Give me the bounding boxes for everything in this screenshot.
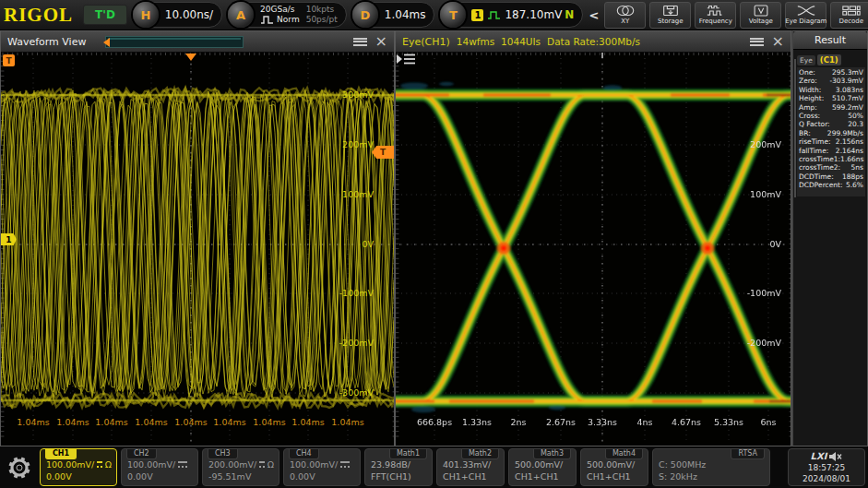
wave-x-label: 1.04ms — [327, 417, 369, 427]
channel-tab[interactable]: CH1 — [45, 449, 77, 459]
measurement-row: fallTime: 2.164ns — [797, 147, 865, 155]
measurement-row: crossTime2: 5ns — [797, 163, 865, 172]
channel-tab[interactable]: CH2 — [126, 449, 157, 459]
measurement-value: 50% — [848, 112, 863, 120]
menu-eye-diagram-button[interactable]: Eye Diagram — [785, 2, 826, 29]
result-list-icon[interactable] — [396, 53, 416, 65]
rtsa-card[interactable]: RTSA C: 500MHz S: 20kHz — [652, 448, 770, 486]
sample-rate: 20GSa/s — [260, 5, 300, 15]
channel-tab[interactable]: CH4 — [289, 449, 319, 459]
measurement-value: -303.9mV — [829, 77, 863, 85]
wave-x-label: 1.04ms — [248, 417, 291, 427]
measurement-value: 2.164ns — [836, 147, 863, 155]
measurement-row: DCDPercent: 5.6% — [797, 181, 865, 189]
wave-y-label: 300mV — [333, 89, 374, 100]
waveform-close-icon[interactable]: × — [375, 34, 387, 49]
eye-x-label: 1.33ns — [456, 417, 498, 427]
measurement-row: One: 295.3mV — [797, 68, 865, 77]
measurement-list: One: 295.3mV Zero: -303.9mV Width: 3.083… — [797, 67, 865, 196]
math-expression: FFT(CH1) — [371, 470, 427, 482]
wave-y-label: -100mV — [333, 288, 374, 298]
acquire-group[interactable]: A 20GSa/s Norm 10kpts 50ps/pt — [227, 2, 347, 28]
math-expression: CH1+CH1 — [443, 470, 499, 482]
wave-x-label: 1.04ms — [90, 417, 133, 427]
eye-grid: 200mV100mV0V-100mV-200mV666.8ps1.33ns2ns… — [396, 53, 791, 446]
oscilloscope-screen: RIGOL T'D H 10.00ns/ A 20GSa/s Norm 10kp… — [0, 0, 868, 488]
channel-tab[interactable]: CH3 — [208, 449, 238, 459]
storage-icon — [660, 5, 681, 17]
channel-offset: 0.00V — [290, 470, 355, 482]
wave-x-label: 1.04ms — [170, 417, 212, 427]
measurement-value: 5ns — [851, 163, 863, 172]
math-tab[interactable]: Math4 — [605, 449, 643, 459]
channel-scale: 100.00mV/ — [290, 458, 338, 470]
math-card-math4[interactable]: Math4 500.00mV/ CH1+CH1 — [580, 448, 648, 486]
math-tab[interactable]: Math2 — [461, 449, 499, 459]
measurement-label: Zero: — [799, 77, 817, 85]
delay-knob[interactable]: D — [352, 2, 378, 28]
math-card-math1[interactable]: Math1 23.98dB/ FFT(CH1) — [364, 448, 433, 486]
measurement-value: 20.3 — [848, 120, 863, 128]
trigger-time-marker[interactable]: T — [3, 54, 15, 66]
measurement-value: 188ps — [842, 173, 863, 181]
dc-coupling-icon — [340, 461, 350, 468]
menu-label: Storage — [658, 18, 683, 25]
menu-label: XY — [621, 18, 629, 25]
waveform-menu-icon[interactable] — [353, 38, 367, 46]
sample-resolution: 50ps/pt — [306, 15, 338, 25]
math-tab[interactable]: Math3 — [533, 449, 571, 459]
menu-xy-button[interactable]: XY — [604, 2, 646, 29]
channel-card-ch4[interactable]: CH4 100.00mV/ 0.00V — [283, 448, 361, 486]
channel-card-ch1[interactable]: CH1 100.00mV/ Ω 0.00V — [40, 448, 117, 486]
eye-diagram-panel: Eye(CH1) 14wfms 1044UIs Data Rate:300Mb/… — [395, 30, 791, 446]
speaker-muted-icon — [829, 451, 842, 462]
impedance-label: Ω — [105, 458, 112, 470]
eye-close-icon[interactable]: × — [772, 34, 784, 49]
eye-x-label: 6ns — [747, 417, 790, 427]
channel-scale: 100.00mV/ — [46, 458, 94, 470]
rtsa-tab[interactable]: RTSA — [731, 449, 765, 459]
math-expression: CH1+CH1 — [515, 470, 571, 482]
math-expression: CH1+CH1 — [587, 470, 643, 482]
math-cards: Math1 23.98dB/ FFT(CH1) Math2 401.33mV/ … — [364, 448, 648, 486]
horizontal-knob[interactable]: H — [133, 2, 159, 28]
horizontal-group[interactable]: H 10.00ns/ — [132, 2, 222, 28]
waveform-preview-strip[interactable] — [105, 36, 244, 48]
delay-group[interactable]: D 1.04ms — [351, 2, 435, 28]
menu-frequency-button[interactable]: Frequency — [695, 2, 736, 29]
measurement-row: Zero: -303.9mV — [797, 77, 865, 85]
eye-y-label: 200mV — [741, 139, 781, 149]
preview-left-marker-icon — [99, 38, 110, 47]
acquire-knob[interactable]: A — [228, 2, 254, 28]
measurement-label: Width: — [799, 86, 821, 94]
result-scrollbar[interactable] — [794, 59, 796, 197]
measurement-label: Cross: — [799, 112, 820, 120]
measurement-label: Q Factor: — [799, 120, 830, 128]
measurement-value: 599.2mV — [832, 103, 863, 112]
trigger-group[interactable]: T 1 187.10mV N — [439, 2, 583, 28]
eye-menu-icon[interactable] — [750, 38, 764, 46]
result-tab-eye[interactable]: Eye — [797, 55, 815, 65]
measurement-row: Cross: 50% — [797, 112, 865, 120]
math-card-math3[interactable]: Math3 500.00mV/ CH1+CH1 — [508, 448, 577, 486]
memory-depth: 10kpts — [306, 5, 338, 15]
menu-voltage-button[interactable]: Voltage — [740, 2, 781, 29]
math-card-math2[interactable]: Math2 401.33mV/ CH1+CH1 — [436, 448, 505, 486]
channel-card-ch2[interactable]: CH2 100.00mV/ 0.00V — [121, 448, 198, 486]
voltage-icon — [751, 5, 771, 17]
channel1-offset-marker[interactable]: 1 — [1, 233, 17, 245]
menu-scroll-left[interactable]: < — [588, 8, 600, 22]
menu-decode-button[interactable]: Decode — [830, 2, 868, 29]
trigger-knob[interactable]: T — [440, 2, 466, 28]
channel-card-ch3[interactable]: CH3 200.00mV/ Ω -95.51mV — [202, 448, 279, 486]
math-tab[interactable]: Math1 — [389, 449, 427, 459]
gear-icon — [6, 455, 32, 481]
trigger-polarity: N — [565, 8, 574, 21]
eye-uis: 1044UIs — [501, 36, 541, 47]
channel-scale: 200.00mV/ — [208, 458, 256, 470]
menu-storage-button[interactable]: Storage — [649, 2, 691, 29]
result-tab-channel[interactable]: (C1) — [817, 54, 841, 65]
settings-gear-button[interactable] — [3, 448, 36, 486]
trigger-slope-icon — [487, 10, 501, 20]
eye-data-rate: Data Rate:300Mb/s — [547, 36, 640, 47]
